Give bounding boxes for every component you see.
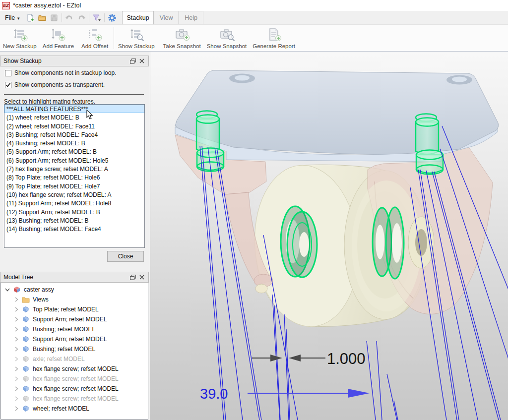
list-item[interactable]: (13) Bushing; refset MODEL: B — [4, 216, 144, 225]
chevron-down-icon[interactable] — [5, 287, 10, 292]
chevron-right-icon[interactable] — [14, 307, 19, 312]
dimension-loop-value: 39.0 — [200, 386, 228, 402]
tab-stackup[interactable]: Stackup — [122, 11, 154, 24]
list-item[interactable]: (2) wheel; refset MODEL: Face11 — [4, 122, 144, 130]
caster-assembly-model: 1.000 39.0 — [150, 52, 508, 420]
dimension-loop[interactable]: 39.0 — [200, 386, 370, 402]
chevron-right-icon[interactable] — [14, 337, 19, 342]
redo-button[interactable] — [75, 12, 87, 24]
undo-button[interactable] — [64, 12, 75, 24]
filter-button[interactable] — [91, 12, 103, 24]
take-snapshot-button[interactable]: Take Snapshot — [160, 25, 204, 51]
chevron-right-icon[interactable] — [14, 327, 19, 332]
tree-node-label: Top Plate; refset MODEL — [33, 306, 99, 313]
list-item[interactable]: (10) hex flange screw; refset MODEL: A — [4, 190, 144, 199]
tab-view[interactable]: View — [154, 11, 179, 24]
chevron-right-icon[interactable] — [14, 406, 19, 411]
tree-node-root[interactable]: caster assy — [1, 285, 148, 295]
model-tree[interactable]: caster assy Views Top Plate; refset MODE… — [0, 283, 148, 420]
checkbox-box[interactable] — [5, 70, 11, 76]
tree-node-label: hex flange screw; refset MODEL — [33, 385, 119, 392]
add-feature-icon — [50, 27, 66, 43]
gear-icon — [107, 13, 117, 23]
checkbox-show-not-in-loop[interactable]: Show components not in stackup loop. — [5, 69, 116, 76]
part-icon — [22, 405, 30, 412]
take-snapshot-icon — [173, 27, 191, 43]
show-snapshot-button[interactable]: Show Snapshot — [204, 25, 250, 51]
tree-node-part[interactable]: hex flange screw; refset MODEL — [1, 364, 148, 374]
tree-node-part[interactable]: Support Arm; refset MODEL — [1, 334, 148, 344]
tree-node-part[interactable]: Top Plate; refset MODEL — [1, 304, 148, 314]
undo-icon — [64, 13, 74, 22]
chevron-right-icon[interactable] — [14, 396, 19, 401]
chevron-right-icon[interactable] — [14, 376, 19, 381]
tree-node-part-disabled[interactable]: axle; refset MODEL — [1, 354, 148, 364]
new-stackup-label: New Stackup — [3, 43, 37, 49]
tab-help[interactable]: Help — [179, 11, 203, 24]
add-offset-button[interactable]: Add Offset — [77, 25, 113, 51]
float-icon — [130, 275, 136, 280]
show-stackup-panel-header[interactable]: Show Stackup — [0, 56, 149, 66]
chevron-right-icon[interactable] — [14, 317, 19, 322]
tree-node-part-disabled[interactable]: hex flange screw; refset MODEL — [1, 374, 148, 384]
list-item[interactable]: (1) wheel; refset MODEL: B — [4, 113, 144, 121]
list-item[interactable]: (6) Support Arm; refset MODEL: Hole5 — [4, 156, 144, 165]
close-panel-button[interactable] — [137, 273, 146, 281]
list-item[interactable]: (8) Top Plate; refset MODEL: Hole6 — [4, 173, 144, 181]
new-stackup-button[interactable]: New Stackup — [0, 25, 40, 51]
add-feature-button[interactable]: Add Feature — [40, 25, 77, 51]
tree-node-label: Bushing; refset MODEL — [33, 326, 95, 333]
tree-node-part[interactable]: wheel; refset MODEL — [1, 404, 148, 414]
float-panel-button[interactable] — [128, 273, 137, 281]
assembly-icon — [13, 286, 21, 293]
list-item[interactable]: (7) hex flange screw; refset MODEL: A — [4, 165, 144, 173]
mating-features-list[interactable]: ***ALL MATING FEATURES*** (1) wheel; ref… — [4, 104, 145, 248]
model-tree-panel-header[interactable]: Model Tree — [0, 272, 149, 283]
new-file-button[interactable] — [24, 12, 36, 24]
close-button[interactable]: Close — [107, 251, 144, 262]
chevron-right-icon[interactable] — [14, 357, 19, 361]
list-item[interactable]: (4) Bushing; refset MODEL: B — [4, 139, 144, 147]
checkbox-show-transparent[interactable]: Show components as transparent. — [5, 81, 105, 88]
add-offset-label: Add Offset — [81, 43, 108, 49]
ribbon-tabs: Stackup View Help — [122, 11, 203, 24]
float-panel-button[interactable] — [128, 57, 137, 65]
file-menu[interactable]: File ▼ — [0, 11, 24, 24]
generate-report-button[interactable]: Generate Report — [250, 25, 298, 51]
chevron-right-icon[interactable] — [14, 297, 19, 302]
checkbox-box[interactable] — [5, 82, 11, 88]
mating-feature-cylinder-right[interactable] — [416, 114, 443, 175]
part-icon — [22, 365, 30, 372]
menu-separator — [104, 13, 105, 22]
part-icon — [22, 356, 30, 362]
list-item[interactable]: ***ALL MATING FEATURES*** — [4, 105, 144, 113]
chevron-right-icon[interactable] — [14, 347, 19, 352]
tree-node-part[interactable]: Bushing; refset MODEL — [1, 344, 148, 354]
show-stackup-button[interactable]: Show Stackup — [115, 25, 158, 51]
tree-node-label: Bushing; refset MODEL — [33, 346, 95, 353]
tree-node-part[interactable]: Bushing; refset MODEL — [1, 324, 148, 334]
menu-bar: File ▼ — [0, 11, 508, 25]
part-icon — [22, 346, 30, 353]
chevron-right-icon[interactable] — [14, 366, 19, 371]
top-plate-model[interactable] — [175, 70, 499, 162]
list-item[interactable]: (11) Support Arm; refset MODEL: Hole8 — [4, 199, 144, 207]
part-icon — [22, 306, 30, 313]
tree-node-part[interactable]: hex flange screw; refset MODEL — [1, 384, 148, 394]
settings-button[interactable] — [106, 12, 118, 24]
tree-node-part[interactable]: Support Arm; refset MODEL — [1, 314, 148, 324]
list-item[interactable]: (9) Top Plate; refset MODEL: Hole7 — [4, 182, 144, 190]
tree-node-part-disabled[interactable]: hex flange screw; refset MODEL — [1, 394, 148, 404]
viewport-3d[interactable]: 1.000 39.0 — [150, 52, 508, 420]
list-item[interactable]: (12) Support Arm; refset MODEL: B — [4, 208, 144, 216]
list-item[interactable]: (14) Bushing; refset MODEL: Face4 — [4, 225, 144, 233]
list-item[interactable]: (3) Bushing; refset MODEL: Face4 — [4, 130, 144, 139]
save-button[interactable] — [48, 12, 60, 24]
mating-feature-rings-right[interactable] — [373, 207, 404, 279]
open-file-button[interactable] — [36, 12, 48, 24]
close-panel-button[interactable] — [137, 57, 146, 65]
list-item[interactable]: (5) Support Arm; refset MODEL: B — [4, 147, 144, 156]
chevron-right-icon[interactable] — [14, 386, 19, 391]
dimension-width[interactable]: 1.000 — [252, 350, 366, 367]
tree-node-views[interactable]: Views — [1, 295, 148, 304]
